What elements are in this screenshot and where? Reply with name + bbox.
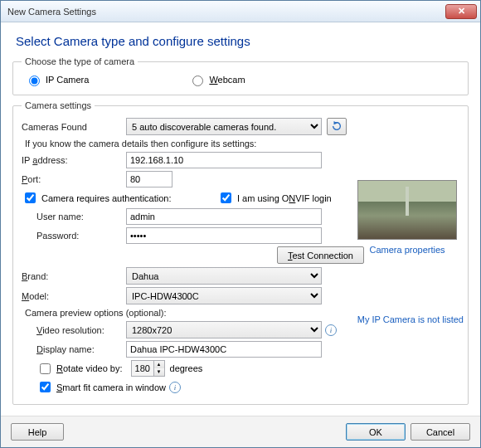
radio-ip-camera-input[interactable] — [29, 75, 40, 86]
display-name-input[interactable] — [126, 341, 322, 358]
label-ip-address: IP address: — [22, 155, 126, 165]
info-icon[interactable]: i — [169, 382, 181, 393]
label-requires-auth: Camera requires authentication: — [41, 193, 172, 203]
label-model: Model: — [22, 291, 126, 301]
label-onvif: I am using ONVIF login — [237, 193, 332, 203]
close-button[interactable]: ✕ — [445, 4, 477, 19]
dialog-content: Select Camera type and configure setting… — [1, 22, 480, 416]
refresh-button[interactable] — [327, 118, 347, 135]
titlebar: New Camera Settings ✕ — [1, 1, 480, 22]
radio-ip-camera-label: IP Camera — [46, 75, 89, 85]
label-display-name: Display name: — [22, 344, 126, 354]
radio-ip-camera[interactable]: IP Camera — [25, 73, 89, 86]
password-input[interactable] — [126, 227, 322, 244]
checkbox-rotate[interactable] — [40, 363, 51, 374]
label-cameras-found: Cameras Found — [22, 122, 126, 132]
select-model[interactable]: IPC-HDW4300C — [126, 287, 322, 304]
info-icon[interactable]: i — [325, 324, 337, 336]
checkbox-smart-fit[interactable] — [40, 382, 51, 392]
label-smart-fit: Smart fit camera in window — [56, 382, 166, 392]
rotate-up[interactable]: ▲ — [153, 361, 164, 368]
select-cameras-found[interactable]: 5 auto discoverable cameras found. — [126, 118, 322, 135]
label-degrees: degrees — [170, 363, 203, 373]
label-username: User name: — [22, 212, 126, 222]
select-resolution[interactable]: 1280x720 — [126, 321, 322, 338]
select-brand[interactable]: Dahua — [126, 267, 322, 285]
rotate-down[interactable]: ▼ — [153, 368, 164, 376]
group-camera-type-legend: Choose the type of camera — [22, 56, 138, 66]
label-password: Password: — [22, 231, 126, 241]
close-icon: ✕ — [458, 7, 465, 16]
group-camera-type: Choose the type of camera IP Camera Webc… — [12, 56, 469, 95]
label-brand: Brand: — [22, 271, 126, 281]
hint-text: If you know the camera details then conf… — [25, 139, 459, 149]
ip-address-input[interactable] — [126, 152, 322, 168]
camera-preview-thumbnail — [357, 180, 457, 240]
preview-column: Camera properties — [357, 180, 457, 255]
dialog-new-camera-settings: New Camera Settings ✕ Select Camera type… — [0, 0, 481, 448]
rotate-value[interactable] — [132, 361, 153, 376]
group-camera-settings-legend: Camera settings — [22, 100, 95, 110]
refresh-icon — [331, 120, 343, 134]
username-input[interactable] — [126, 208, 322, 225]
radio-webcam-label: Webcam — [209, 75, 245, 85]
link-camera-properties[interactable]: Camera properties — [369, 245, 445, 255]
rotate-spinner[interactable]: ▲ ▼ — [131, 360, 165, 377]
window-title: New Camera Settings — [7, 7, 445, 17]
page-heading: Select Camera type and configure setting… — [16, 34, 469, 48]
dialog-footer: Help OK Cancel — [1, 416, 480, 447]
test-connection-button[interactable]: Test Connection — [277, 246, 364, 264]
radio-webcam[interactable]: Webcam — [188, 73, 245, 86]
label-port: Port: — [22, 174, 126, 184]
link-not-listed[interactable]: My IP Camera is not listed — [357, 314, 464, 324]
help-button[interactable]: Help — [11, 423, 64, 441]
label-rotate: Rotate video by: — [56, 363, 123, 373]
port-input[interactable] — [126, 171, 172, 187]
label-resolution: Video resolution: — [22, 325, 126, 335]
checkbox-onvif[interactable] — [221, 192, 231, 203]
radio-webcam-input[interactable] — [192, 75, 203, 86]
ok-button[interactable]: OK — [346, 423, 406, 441]
checkbox-requires-auth[interactable] — [25, 192, 36, 203]
cancel-button[interactable]: Cancel — [411, 423, 470, 441]
